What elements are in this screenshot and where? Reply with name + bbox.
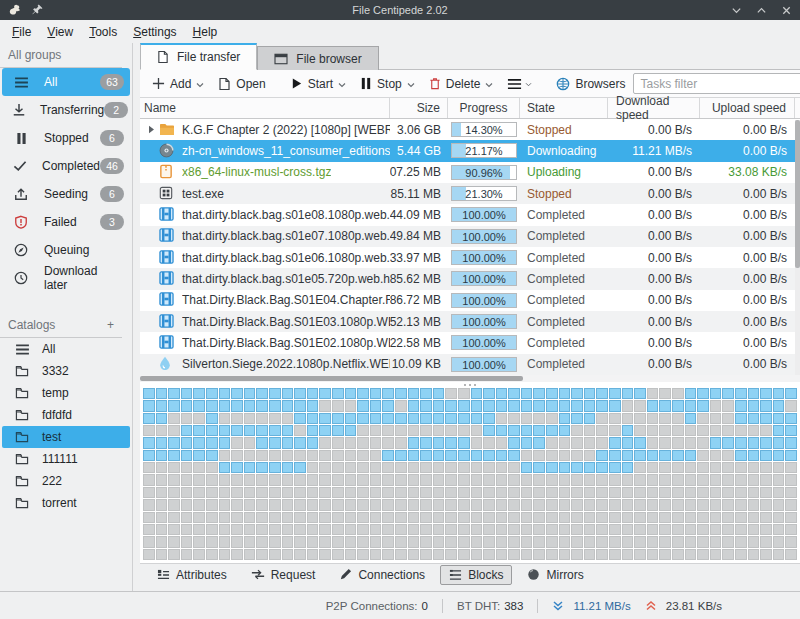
column-header-upload-speed[interactable]: Upload speed (700, 98, 795, 118)
close-button[interactable] (781, 5, 792, 16)
table-row[interactable]: zh-cn_windows_11_consumer_editions_upd··… (140, 140, 800, 161)
sidebar-item-queuing[interactable]: Queuing (2, 236, 130, 264)
block-cell (294, 413, 306, 424)
start-button[interactable]: Start (284, 75, 352, 93)
table-row[interactable]: K.G.F Chapter 2 (2022) [1080p] [WEBRip] … (140, 119, 800, 140)
menu-help[interactable]: Help (185, 22, 226, 42)
browsers-button[interactable]: Browsers (550, 75, 631, 93)
column-header-download-speed[interactable]: Download speed (608, 98, 700, 118)
sidebar-item-seeding[interactable]: Seeding 6 (2, 180, 130, 208)
bottom-tab-request[interactable]: Request (242, 565, 325, 585)
block-cell (395, 474, 407, 485)
catalog-item-3332[interactable]: 3332 (2, 360, 130, 382)
menu-view[interactable]: View (39, 22, 81, 42)
block-cell (596, 450, 608, 461)
catalog-item-temp[interactable]: temp (2, 382, 130, 404)
bottom-tab-attributes[interactable]: Attributes (148, 565, 236, 585)
block-cell (773, 524, 785, 535)
tab-file-transfer[interactable]: File transfer (140, 43, 257, 70)
column-header-state[interactable]: State (520, 98, 608, 118)
minimize-button[interactable] (731, 5, 742, 16)
catalogs-header: Catalogs + (0, 316, 122, 338)
column-header-name[interactable]: Name (140, 98, 390, 118)
chevron-down-icon (485, 82, 493, 88)
pin-icon[interactable] (32, 3, 44, 17)
tasks-filter-input[interactable] (634, 77, 800, 91)
block-cell (521, 388, 533, 399)
catalog-item-torrent[interactable]: torrent (2, 492, 130, 514)
tab-file-browser[interactable]: File browser (257, 46, 378, 70)
table-row[interactable]: that.dirty.black.bag.s01e08.1080p.web.h2… (140, 204, 800, 225)
task-upload-speed: 0.00 B/s (700, 119, 795, 140)
table-row[interactable]: that.dirty.black.bag.s01e07.1080p.web.h2… (140, 226, 800, 247)
sidebar-item-all[interactable]: All 63 (2, 68, 130, 96)
block-cell (294, 474, 306, 485)
block-cell (609, 462, 621, 473)
block-cell (269, 487, 281, 498)
download-speed-indicator: 11.21 MB/s (552, 600, 630, 612)
add-catalog-button[interactable]: + (107, 318, 114, 332)
count-badge: 6 (100, 186, 124, 202)
block-cell (596, 462, 608, 473)
horizontal-scrollbar[interactable] (140, 375, 800, 382)
table-row[interactable]: that.dirty.black.bag.s01e05.720p.web.h26… (140, 268, 800, 289)
menu-file[interactable]: File (4, 22, 39, 42)
task-upload-speed: 0.00 B/s (700, 311, 795, 332)
catalog-item-222[interactable]: 222 (2, 470, 130, 492)
scrollbar-thumb[interactable] (140, 376, 523, 381)
expand-caret-icon[interactable] (144, 125, 159, 134)
more-menu-button[interactable] (501, 76, 538, 92)
delete-button[interactable]: Delete (423, 75, 500, 93)
block-cell (433, 474, 445, 485)
stop-button[interactable]: Stop (354, 75, 421, 93)
sidebar-item-completed[interactable]: Completed 46 (2, 152, 130, 180)
sidebar-item-transferring[interactable]: Transferring 2 (2, 96, 130, 124)
vertical-scrollbar[interactable] (795, 120, 800, 375)
bottom-tab-connections[interactable]: Connections (330, 565, 434, 585)
column-header-size[interactable]: Size (390, 98, 448, 118)
menu-icon (14, 344, 30, 355)
table-row[interactable]: x86_64-linux-musl-cross.tgz 107.25 MB 90… (140, 162, 800, 183)
table-row[interactable]: test.exe 85.11 MB 21.30% Stopped 0.00 B/… (140, 183, 800, 204)
block-cell (559, 536, 571, 547)
table-row[interactable]: That.Dirty.Black.Bag.S01E04.Chapter.Four… (140, 290, 800, 311)
block-cell (294, 462, 306, 473)
catalog-item-test[interactable]: test (2, 426, 130, 448)
block-cell (433, 413, 445, 424)
block-cell (445, 536, 457, 547)
block-cell (773, 450, 785, 461)
table-row[interactable]: That.Dirty.Black.Bag.S01E02.1080p.WEB.h2… (140, 332, 800, 353)
block-cell (420, 437, 432, 448)
open-button[interactable]: Open (212, 75, 271, 93)
menu-tools[interactable]: Tools (81, 22, 125, 42)
progress-bar: 21.17% (451, 143, 517, 158)
block-cell (307, 400, 319, 411)
block-cell (546, 462, 558, 473)
sidebar-item-failed[interactable]: Failed 3 (2, 208, 130, 236)
add-button[interactable]: Add (146, 75, 210, 93)
maximize-button[interactable] (756, 5, 767, 16)
count-badge: 6 (100, 130, 124, 146)
block-cell (219, 512, 231, 523)
folder-outline-icon (14, 453, 30, 465)
column-header-progress[interactable]: Progress (448, 98, 520, 118)
table-row[interactable]: That.Dirty.Black.Bag.S01E03.1080p.WEB.h2… (140, 311, 800, 332)
sidebar-item-label: Download later (44, 264, 124, 292)
catalog-item-all[interactable]: All (2, 338, 130, 360)
block-cell (231, 524, 243, 535)
bottom-tab-mirrors[interactable]: Mirrors (518, 565, 592, 585)
table-row[interactable]: Silverton.Siege.2022.1080p.Netflix.WEB-D… (140, 354, 800, 375)
catalog-item-111111[interactable]: 111111 (2, 448, 130, 470)
block-cell (256, 487, 268, 498)
table-row[interactable]: that.dirty.black.bag.s01e06.1080p.web.h2… (140, 247, 800, 268)
scrollbar-thumb[interactable] (795, 120, 800, 268)
block-cell (609, 413, 621, 424)
bottom-tab-blocks[interactable]: Blocks (440, 565, 512, 585)
task-upload-speed: 33.08 KB/s (700, 162, 795, 183)
sidebar-item-stopped[interactable]: Stopped 6 (2, 124, 130, 152)
sidebar-item-download-later[interactable]: Download later (2, 264, 130, 292)
block-cell (697, 474, 709, 485)
catalog-item-fdfdfd[interactable]: fdfdfd (2, 404, 130, 426)
menu-settings[interactable]: Settings (125, 22, 184, 42)
block-cell (206, 512, 218, 523)
